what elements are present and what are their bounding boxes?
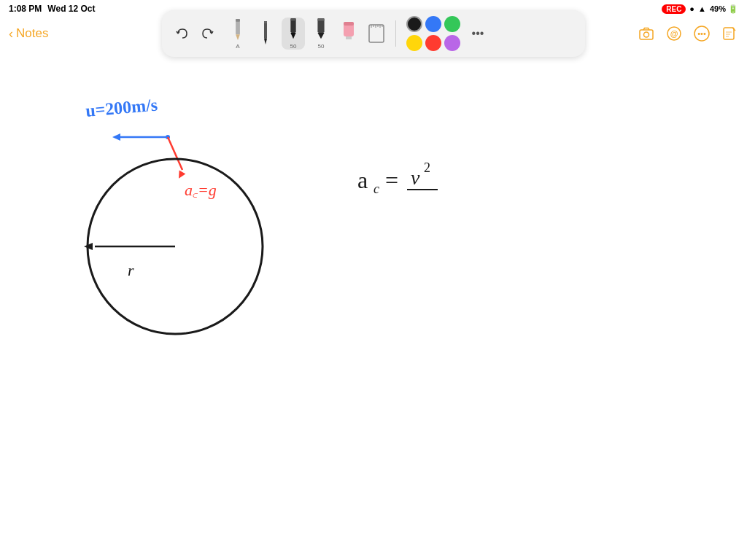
toolbar-more-button[interactable]: •••	[468, 23, 488, 44]
svg-marker-11	[264, 39, 267, 44]
compose-button[interactable]	[721, 25, 738, 42]
svg-marker-17	[317, 33, 324, 39]
nav-right-actions: @ •••	[638, 25, 738, 42]
drawing-svg: u=200m/s a꜀=g r a c = v 2	[0, 50, 747, 560]
ruler-tool[interactable]	[365, 18, 388, 50]
svg-rect-0	[640, 30, 653, 39]
mentions-button[interactable]: @	[665, 25, 683, 42]
velocity-label: u=200m/s	[85, 95, 158, 120]
color-red[interactable]	[425, 35, 441, 51]
svg-rect-15	[290, 18, 295, 21]
svg-rect-10	[264, 21, 267, 39]
svg-marker-30	[112, 133, 120, 141]
pen-medium-tool[interactable]: 50	[282, 18, 305, 50]
svg-marker-33	[176, 171, 186, 181]
pen-thin-tool[interactable]	[254, 18, 277, 50]
pen-thick-tool[interactable]: 50	[309, 18, 333, 50]
color-black[interactable]	[406, 16, 422, 32]
pen-medium-size: 50	[290, 43, 297, 50]
svg-text:c: c	[374, 182, 379, 196]
status-right: REC ● ▲ 49% 🔋	[662, 4, 738, 14]
svg-line-32	[168, 137, 182, 170]
svg-rect-21	[346, 36, 352, 39]
pencil-label: A	[236, 43, 239, 50]
battery-icon: 49% 🔋	[710, 4, 738, 14]
svg-rect-12	[264, 21, 267, 23]
svg-text:@: @	[670, 29, 678, 38]
redo-button[interactable]	[196, 22, 219, 45]
eraser-tool[interactable]	[337, 18, 360, 50]
svg-rect-9	[236, 19, 240, 22]
radius-label: r	[128, 261, 134, 279]
svg-text:v: v	[411, 166, 420, 189]
notes-back-button[interactable]: ‹ Notes	[9, 26, 48, 42]
pencil-tool[interactable]: A	[226, 18, 249, 50]
svg-point-1	[644, 32, 649, 37]
undo-button[interactable]	[171, 22, 194, 45]
drawing-toolbar: A 50 50	[162, 10, 585, 57]
svg-rect-6	[724, 28, 734, 39]
date-display: Wed 12 Oct	[47, 4, 95, 14]
color-purple[interactable]	[444, 35, 460, 51]
centripetal-label: a꜀=g	[185, 181, 217, 199]
formula-ac: a	[357, 167, 368, 193]
color-green[interactable]	[444, 16, 460, 32]
camera-button[interactable]	[638, 25, 655, 42]
color-yellow[interactable]	[406, 35, 422, 51]
time-display: 1:08 PM	[9, 4, 42, 14]
svg-rect-20	[344, 22, 354, 26]
svg-text:2: 2	[424, 160, 430, 175]
chevron-left-icon: ‹	[9, 26, 13, 42]
color-blue[interactable]	[425, 16, 441, 32]
more-options-button[interactable]: •••	[693, 25, 711, 42]
svg-rect-18	[317, 18, 324, 21]
svg-marker-14	[290, 33, 295, 39]
wifi-icon: ●	[689, 4, 694, 13]
record-indicator: REC	[662, 4, 686, 14]
pen-thick-size: 50	[318, 43, 325, 50]
signal-icon: ▲	[698, 4, 706, 13]
status-left: 1:08 PM Wed 12 Oct	[9, 4, 96, 14]
svg-text:•••: •••	[697, 29, 706, 38]
svg-text:=: =	[385, 167, 398, 193]
toolbar-divider	[395, 20, 396, 47]
back-label: Notes	[16, 26, 48, 41]
color-palette	[406, 16, 460, 51]
undo-redo-group	[171, 22, 219, 45]
canvas-area[interactable]: u=200m/s a꜀=g r a c = v 2	[0, 50, 747, 560]
svg-marker-8	[236, 34, 240, 40]
